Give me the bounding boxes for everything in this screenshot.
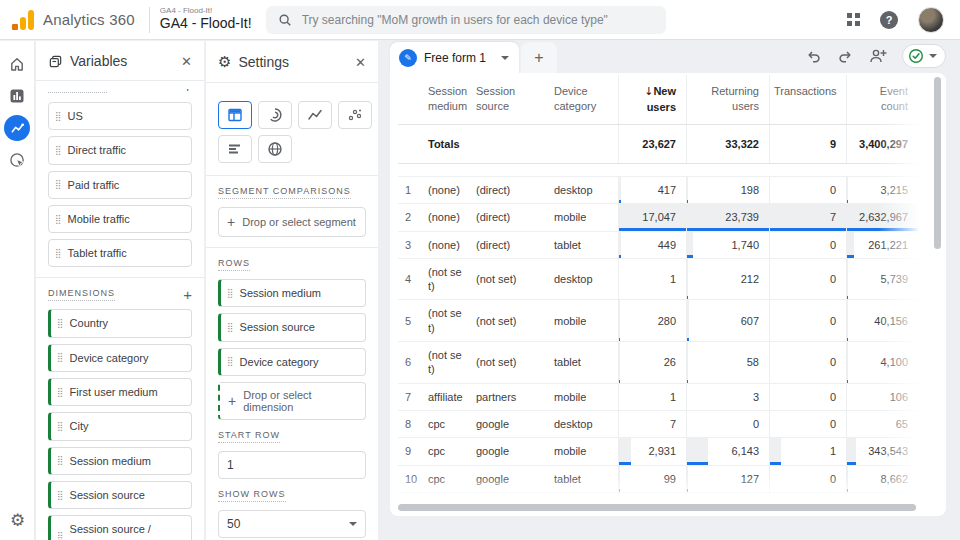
segment-drop-zone[interactable]: + Drop or select segment [218, 207, 366, 237]
dimension-chip[interactable]: ⣿Device category [218, 348, 366, 376]
apps-grid-icon[interactable] [847, 13, 860, 26]
cell: (direct) [472, 177, 550, 203]
dimension-chip[interactable]: ⣿Session medium [48, 447, 192, 475]
chip-label: Session medium [70, 454, 151, 468]
segment-chip[interactable]: ⣿US [48, 102, 192, 130]
segment-chip[interactable]: ⣿Mobile traffic [48, 205, 192, 233]
cell: 3 [398, 232, 424, 258]
cell: 7 [398, 384, 424, 410]
cell: 261,221 [846, 232, 918, 258]
admin-settings-icon[interactable]: ⚙ [0, 510, 35, 530]
add-tab-button[interactable]: + [521, 42, 557, 73]
start-row-input[interactable]: 1 [218, 451, 366, 479]
chip-label: Session medium [240, 286, 321, 300]
viz-geo-icon[interactable] [258, 135, 292, 163]
product-name: Analytics 360 [43, 11, 135, 28]
segment-chip[interactable]: ⣿Paid traffic [48, 171, 192, 199]
viz-line-icon[interactable] [298, 101, 332, 129]
reports-icon[interactable] [4, 83, 30, 109]
analytics-logo[interactable]: Analytics 360 [0, 10, 135, 30]
search-input[interactable]: Try searching "MoM growth in users for e… [266, 6, 666, 34]
close-variables-icon[interactable]: ✕ [181, 54, 192, 69]
viz-bar-icon[interactable] [218, 135, 252, 163]
cell: 607 [686, 300, 769, 341]
dimension-chip[interactable]: ⣿Session source [218, 313, 366, 341]
dimension-chip[interactable]: ⣿Device category [48, 344, 192, 372]
table-row[interactable]: 5(not set)(not set)mobile280607040,156 [398, 300, 920, 342]
column-header[interactable]: Session medium [424, 75, 472, 124]
table-row[interactable]: 8cpcgoogledesktop70065 [398, 411, 920, 438]
column-header[interactable]: Event count [846, 75, 918, 124]
cell: 343,543 [846, 438, 918, 464]
cell-bar-line [847, 462, 856, 465]
home-icon[interactable] [4, 51, 30, 77]
cell-bar-line [847, 255, 854, 258]
top-app-bar: Analytics 360 GA4 - Flood-It! GA4 - Floo… [0, 0, 960, 40]
add-segment-icon[interactable]: + [183, 89, 192, 92]
column-header[interactable]: Transactions [769, 75, 846, 124]
table-row[interactable]: 2(none)(direct)mobile17,04723,73972,632,… [398, 204, 920, 231]
segments-label: SEGMENTS [48, 89, 107, 93]
row-dimension-drop-zone[interactable]: + Drop or select dimension [218, 382, 366, 420]
chip-label: City [70, 419, 89, 433]
table-row[interactable]: 7affiliatepartnersmobile130106 [398, 384, 920, 411]
tab-free-form-1[interactable]: ✎ Free form 1 [390, 42, 519, 73]
table-row[interactable]: 3(none)(direct)tablet4491,7400261,221 [398, 232, 920, 259]
cell: 106 [846, 384, 918, 410]
cell-bar-line [770, 228, 846, 231]
visualization-picker [218, 101, 378, 163]
table-row[interactable]: 10cpcgoogletablet9912708,662 [398, 466, 920, 493]
column-header[interactable]: ↓New users [618, 75, 686, 124]
viz-table-icon[interactable] [218, 101, 252, 129]
account-switcher[interactable]: GA4 - Flood-It! GA4 - Flood-It! [160, 7, 252, 31]
cell: 5,739 [846, 259, 918, 300]
horizontal-scrollbar[interactable] [398, 504, 916, 511]
dimension-chip[interactable]: ⣿Session source / medium [48, 515, 192, 540]
dimension-chip[interactable]: ⣿Session medium [218, 279, 366, 307]
viz-scatter-icon[interactable] [338, 101, 372, 129]
cell: desktop [550, 266, 618, 292]
table-row[interactable]: 4(not set)(not set)desktop121205,739 [398, 259, 920, 301]
undo-icon[interactable] [805, 48, 822, 65]
share-add-user-icon[interactable] [869, 48, 887, 64]
cell: 33,322 [686, 125, 769, 163]
cell-bar-line [619, 200, 621, 203]
cell: 0 [769, 466, 846, 492]
settings-gear-icon: ⚙ [218, 53, 231, 71]
cell: 99 [618, 466, 686, 492]
user-avatar[interactable] [918, 7, 944, 33]
cell: (not set) [424, 342, 472, 383]
dimension-chip[interactable]: ⣿First user medium [48, 378, 192, 406]
table-row[interactable]: 11invite_a_friend [398, 493, 920, 502]
start-row-label: START ROW [218, 430, 280, 443]
column-header[interactable]: Returning users [686, 75, 769, 124]
show-rows-select[interactable]: 50 [218, 510, 366, 538]
table-row[interactable]: 1(none)(direct)desktop41719803,215 [398, 177, 920, 204]
table-row[interactable]: 9cpcgooglemobile2,9316,1431343,543 [398, 438, 920, 465]
segment-chip[interactable]: ⣿Direct traffic [48, 136, 192, 164]
cell: 2,931 [618, 438, 686, 464]
add-dimension-icon[interactable]: + [183, 290, 192, 300]
freeform-table-card: Session mediumSession sourceDevice categ… [390, 73, 946, 516]
advertising-icon[interactable] [4, 147, 30, 173]
table-row[interactable]: 6(not set)(not set)tablet265804,100 [398, 342, 920, 384]
viz-donut-icon[interactable] [258, 101, 292, 129]
saved-status-button[interactable] [902, 44, 946, 68]
column-header[interactable]: Device category [550, 75, 618, 124]
totals-row[interactable]: Totals23,62733,32293,400,297 [398, 125, 920, 164]
dimension-chip[interactable]: ⣿Session source [48, 481, 192, 509]
help-icon[interactable]: ? [880, 11, 898, 29]
drag-handle-icon: ⣿ [57, 353, 64, 362]
cell: 417 [618, 177, 686, 203]
dimension-chip[interactable]: ⣿Country [48, 309, 192, 337]
cell: 4,100 [846, 342, 918, 383]
column-header[interactable]: Session source [472, 75, 550, 124]
explore-icon[interactable] [4, 115, 30, 141]
cell: 0 [769, 384, 846, 410]
vertical-scrollbar[interactable] [934, 77, 941, 249]
segment-chip[interactable]: ⣿Tablet traffic [48, 239, 192, 267]
chip-label: Device category [70, 351, 149, 365]
dimension-chip[interactable]: ⣿City [48, 412, 192, 440]
redo-icon[interactable] [837, 48, 854, 65]
close-settings-icon[interactable]: ✕ [355, 55, 366, 70]
